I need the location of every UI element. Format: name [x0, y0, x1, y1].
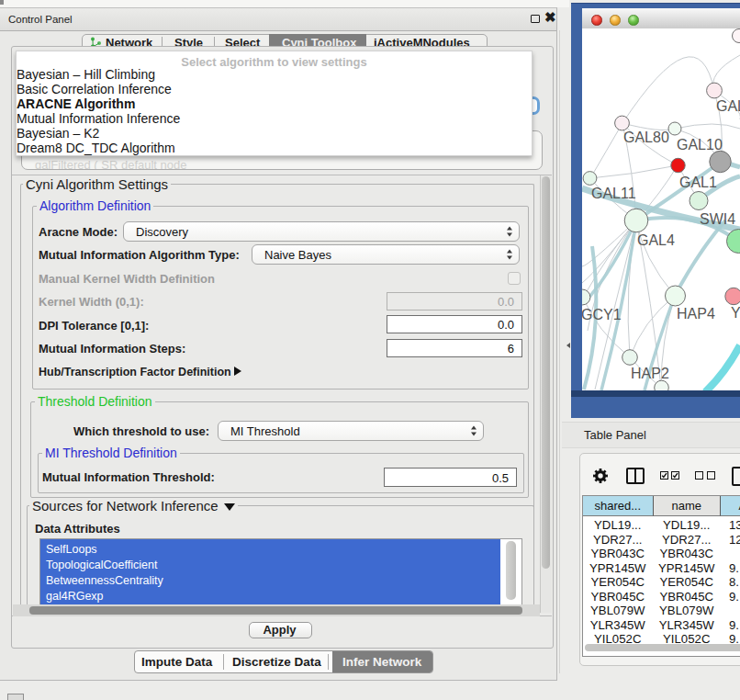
svg-text:Y: Y — [731, 305, 740, 321]
svg-text:GAL4: GAL4 — [637, 232, 675, 248]
svg-text:GAL80: GAL80 — [623, 130, 669, 145]
svg-text:SWI4: SWI4 — [700, 211, 735, 227]
svg-text:GAL7: GAL7 — [716, 98, 740, 114]
svg-text:HAP2: HAP2 — [631, 366, 669, 381]
svg-text:HAP4: HAP4 — [677, 306, 715, 322]
svg-text:GAL1: GAL1 — [679, 175, 717, 190]
svg-text:GAL10: GAL10 — [677, 137, 723, 152]
svg-text:GAL11: GAL11 — [591, 186, 636, 201]
svg-text:GCY1: GCY1 — [582, 307, 622, 322]
